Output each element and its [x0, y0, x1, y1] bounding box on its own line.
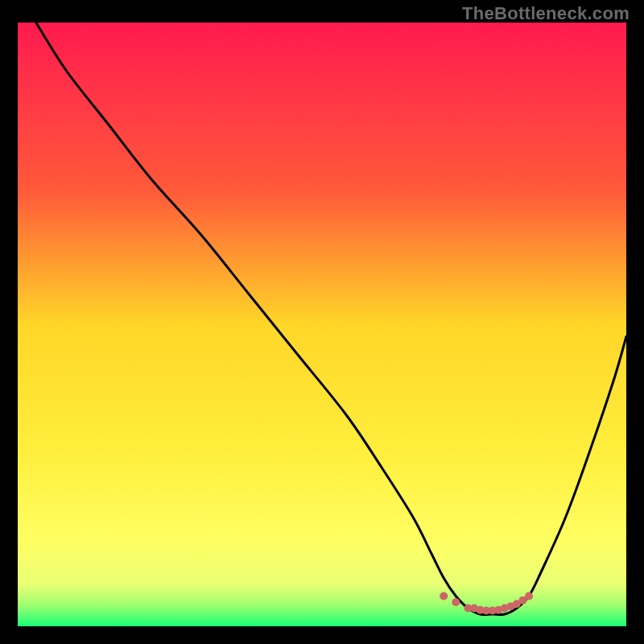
chart-container: TheBottleneck.com [0, 0, 644, 644]
chart-svg [18, 23, 626, 626]
marker-dot [440, 592, 448, 601]
plot-area [18, 23, 626, 626]
marker-dot [452, 598, 460, 606]
marker-dot [525, 592, 533, 601]
gradient-background [18, 23, 626, 626]
watermark-text: TheBottleneck.com [462, 3, 630, 24]
